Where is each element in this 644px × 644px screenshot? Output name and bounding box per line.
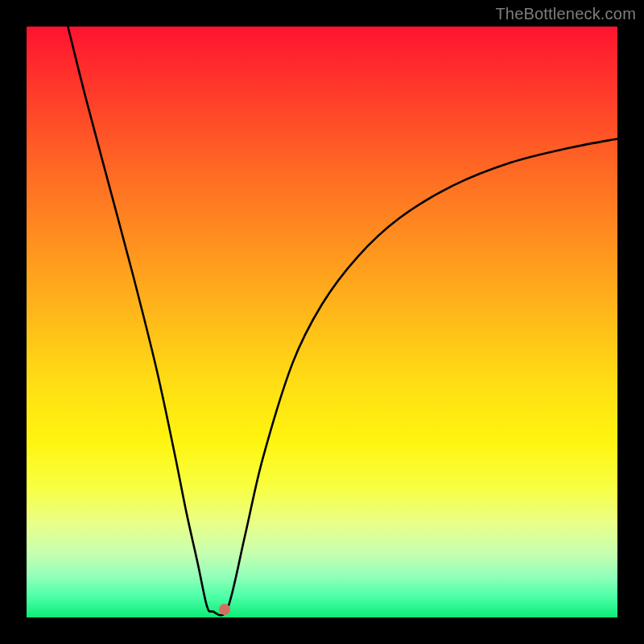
watermark-text: TheBottleneck.com [495,5,636,23]
curve-minimum-marker [219,604,230,615]
plot-area [27,27,617,617]
chart-frame: TheBottleneck.com [0,0,644,644]
bottleneck-curve [68,27,617,615]
curve-svg [27,27,617,617]
